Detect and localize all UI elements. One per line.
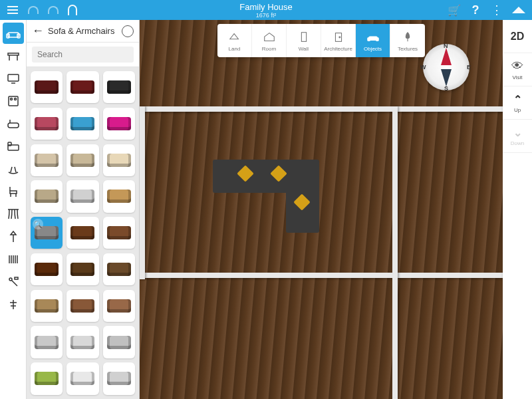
panel-title: Sofa & Armchairs bbox=[48, 26, 118, 36]
object-panel: ← Sofa & Armchairs bbox=[27, 20, 140, 399]
category-tools[interactable] bbox=[3, 271, 24, 293]
furniture-item[interactable] bbox=[66, 71, 98, 103]
furniture-item[interactable] bbox=[66, 326, 98, 358]
furniture-item[interactable] bbox=[103, 71, 135, 103]
furniture-item[interactable] bbox=[31, 326, 63, 358]
view-bar: 2D 👁 Visit ⌃ Up ⌄ Down bbox=[503, 20, 532, 399]
furniture-item[interactable] bbox=[103, 290, 135, 322]
furniture-item[interactable] bbox=[31, 362, 63, 394]
furniture-item[interactable] bbox=[103, 108, 135, 140]
category-radiator[interactable] bbox=[3, 249, 24, 270]
visit-button[interactable]: 👁 Visit bbox=[503, 53, 532, 86]
floor-down-button[interactable]: ⌄ Down bbox=[503, 120, 532, 153]
furniture-item[interactable] bbox=[103, 362, 135, 394]
category-sofa[interactable] bbox=[3, 23, 24, 44]
furniture-item[interactable] bbox=[31, 253, 63, 285]
furniture-item[interactable] bbox=[31, 217, 63, 249]
category-misc[interactable] bbox=[3, 294, 24, 315]
svg-line-16 bbox=[15, 167, 16, 172]
furniture-item[interactable] bbox=[31, 108, 63, 140]
svg-line-29 bbox=[11, 281, 17, 287]
tool-room[interactable]: Room bbox=[252, 24, 287, 57]
undo-icon[interactable] bbox=[28, 6, 39, 14]
search-input[interactable] bbox=[32, 47, 134, 63]
compass[interactable]: N S E W bbox=[423, 44, 469, 90]
furniture-item[interactable] bbox=[66, 290, 98, 322]
home-icon[interactable] bbox=[512, 7, 525, 13]
svg-point-36 bbox=[338, 37, 340, 38]
furniture-item[interactable] bbox=[66, 362, 98, 394]
svg-point-9 bbox=[10, 98, 12, 100]
eye-icon: 👁 bbox=[511, 59, 523, 73]
category-rocking[interactable] bbox=[3, 158, 24, 180]
object-grid bbox=[27, 67, 139, 399]
furniture-item[interactable] bbox=[31, 144, 63, 176]
floor-up-button[interactable]: ⌃ Up bbox=[503, 86, 532, 120]
furniture-item[interactable] bbox=[66, 108, 98, 140]
svg-line-15 bbox=[11, 167, 12, 172]
svg-rect-6 bbox=[8, 74, 19, 81]
furniture-item[interactable] bbox=[66, 144, 98, 176]
chevron-up-icon: ⌃ bbox=[513, 93, 522, 106]
svg-rect-17 bbox=[10, 191, 17, 194]
tool-land[interactable]: Land bbox=[217, 24, 252, 57]
category-appliance[interactable] bbox=[3, 90, 24, 112]
svg-rect-8 bbox=[9, 96, 18, 106]
category-bar bbox=[0, 20, 27, 399]
title-text: Family House bbox=[239, 2, 292, 12]
svg-rect-11 bbox=[8, 123, 19, 128]
compass-s: S bbox=[444, 85, 448, 92]
svg-point-28 bbox=[9, 278, 12, 281]
furniture-item[interactable] bbox=[31, 71, 63, 103]
furniture-item[interactable] bbox=[66, 253, 98, 285]
furniture-item[interactable] bbox=[31, 290, 63, 322]
category-bed[interactable] bbox=[3, 136, 24, 157]
furniture-item[interactable] bbox=[66, 217, 98, 249]
category-curtain[interactable] bbox=[3, 203, 24, 225]
furniture-item[interactable] bbox=[103, 180, 135, 212]
category-lamp[interactable] bbox=[3, 226, 24, 247]
category-chair[interactable] bbox=[3, 181, 24, 202]
furniture-item[interactable] bbox=[103, 253, 135, 285]
svg-rect-38 bbox=[367, 37, 370, 41]
compass-n: N bbox=[444, 43, 448, 49]
help-icon[interactable]: ? bbox=[469, 4, 481, 16]
tool-architecture[interactable]: Architecture bbox=[321, 24, 356, 57]
tool-wall[interactable]: Wall bbox=[287, 24, 321, 57]
redo-icon[interactable] bbox=[48, 6, 59, 14]
cart-icon[interactable]: 🛒 bbox=[448, 4, 460, 16]
svg-rect-14 bbox=[8, 142, 11, 146]
svg-rect-34 bbox=[301, 32, 306, 41]
mode-toolbar: LandRoomWallArchitectureObjectsTextures bbox=[217, 24, 425, 57]
top-bar: Family House 1676 ft² 🛒 ? ⋮ bbox=[0, 0, 532, 20]
category-table[interactable] bbox=[3, 45, 24, 66]
area-text: 1676 ft² bbox=[239, 12, 292, 19]
back-icon[interactable]: ← bbox=[32, 24, 44, 38]
furniture-item[interactable] bbox=[103, 217, 135, 249]
view-mode-button[interactable]: 2D bbox=[503, 20, 532, 53]
3d-viewport[interactable]: LandRoomWallArchitectureObjectsTextures … bbox=[140, 20, 503, 399]
chevron-down-icon: ⌄ bbox=[513, 126, 522, 139]
svg-rect-39 bbox=[376, 37, 378, 41]
category-tv[interactable] bbox=[3, 68, 24, 89]
furniture-item[interactable] bbox=[66, 180, 98, 212]
furniture-item[interactable] bbox=[31, 180, 63, 212]
menu-icon[interactable] bbox=[7, 4, 19, 16]
svg-point-10 bbox=[14, 98, 16, 100]
compass-w: W bbox=[420, 64, 426, 70]
tool-objects[interactable]: Objects bbox=[356, 24, 390, 57]
snap-icon[interactable] bbox=[68, 5, 77, 15]
project-title[interactable]: Family House 1676 ft² bbox=[239, 2, 292, 19]
svg-rect-3 bbox=[8, 53, 19, 55]
history-icon[interactable] bbox=[122, 25, 134, 37]
furniture-item[interactable] bbox=[103, 326, 135, 358]
more-icon[interactable]: ⋮ bbox=[491, 4, 503, 16]
category-bathtub[interactable] bbox=[3, 113, 24, 134]
compass-e: E bbox=[467, 64, 471, 70]
tool-textures[interactable]: Textures bbox=[390, 24, 425, 57]
furniture-item[interactable] bbox=[103, 144, 135, 176]
svg-rect-30 bbox=[15, 277, 18, 279]
